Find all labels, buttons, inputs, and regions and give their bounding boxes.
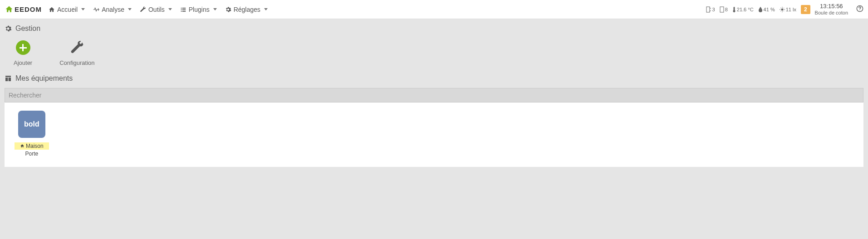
chevron-down-icon [168, 8, 172, 10]
search-input[interactable] [5, 88, 863, 102]
navbar: EEDOM Accueil Analyse Outils Plugins Rég… [0, 0, 868, 19]
equipment-room: Maison [15, 142, 49, 150]
logo-text: EEDOM [15, 5, 42, 13]
sensor-lux[interactable]: 11 lx [780, 7, 796, 12]
nav-outils[interactable]: Outils [140, 6, 172, 13]
action-ajouter[interactable]: Ajouter [14, 40, 32, 66]
help-icon[interactable] [856, 5, 863, 14]
action-configuration-label: Configuration [59, 59, 94, 66]
house-icon [5, 5, 14, 14]
clock-time: 13:15:56 [815, 3, 848, 10]
chevron-down-icon [128, 8, 132, 10]
section-gestion-title: Gestion [5, 24, 863, 33]
svg-point-12 [859, 10, 860, 10]
section-equipements-label: Mes équipements [15, 74, 73, 83]
action-configuration[interactable]: Configuration [59, 40, 94, 66]
sensor-lux-value: 11 lx [786, 7, 796, 12]
equipments-panel: bold Maison Porte [5, 102, 863, 167]
room-icon [20, 144, 25, 148]
chevron-down-icon [81, 8, 85, 10]
nav-analyse[interactable]: Analyse [93, 6, 132, 13]
nav-menu: Accueil Analyse Outils Plugins Réglages [49, 6, 268, 13]
chevron-down-icon [213, 8, 217, 10]
equipment-name: Porte [25, 151, 39, 157]
nav-analyse-label: Analyse [102, 6, 124, 13]
droplet-icon [758, 7, 763, 12]
sensor-temp-value: 21.6 °C [737, 7, 754, 12]
plus-icon [16, 40, 30, 55]
nav-outils-label: Outils [148, 6, 165, 13]
equipment-icon: bold [18, 111, 45, 138]
sensor-door2[interactable]: 8 [720, 6, 728, 13]
clock[interactable]: 13:15:56 Boule de coton [815, 3, 848, 16]
nav-plugins-label: Plugins [189, 6, 210, 13]
equipment-card[interactable]: bold Maison Porte [15, 111, 49, 157]
sun-icon [780, 7, 785, 12]
logo[interactable]: EEDOM [5, 5, 42, 14]
gear-icon [225, 6, 231, 13]
action-ajouter-label: Ajouter [14, 59, 32, 66]
sensor-door1-value: 3 [712, 7, 715, 12]
nav-accueil-label: Accueil [57, 6, 78, 13]
equipment-room-label: Maison [26, 143, 44, 149]
gear-icon [5, 25, 12, 32]
door-icon [706, 6, 711, 13]
wrench-icon [140, 6, 146, 13]
nav-reglages[interactable]: Réglages [225, 6, 268, 13]
clock-label: Boule de coton [815, 10, 848, 16]
section-gestion-label: Gestion [15, 24, 40, 33]
sensor-door2-value: 8 [725, 7, 728, 12]
section-equipements-title: Mes équipements [5, 74, 863, 83]
nav-plugins[interactable]: Plugins [180, 6, 217, 13]
svg-line-7 [780, 8, 781, 8]
sensor-temp[interactable]: 21.6 °C [732, 6, 754, 13]
table-icon [5, 75, 12, 82]
list-icon [180, 6, 186, 13]
nav-accueil[interactable]: Accueil [49, 6, 85, 13]
door-icon [720, 6, 724, 13]
nav-right: 3 8 21.6 °C 41 % 11 lx 2 13:15:56 Boule … [706, 3, 863, 16]
content: Gestion Ajouter Configuration Mes équipe… [0, 19, 868, 172]
svg-rect-0 [706, 7, 710, 12]
svg-rect-1 [720, 7, 724, 12]
notification-badge[interactable]: 2 [801, 5, 810, 14]
svg-line-8 [784, 11, 784, 11]
sensor-humidity[interactable]: 41 % [758, 7, 775, 12]
sensor-humidity-value: 41 % [764, 7, 775, 12]
wrench-icon [70, 40, 84, 55]
chevron-down-icon [264, 8, 268, 10]
svg-point-2 [781, 8, 783, 10]
action-row: Ajouter Configuration [5, 38, 863, 74]
thermometer-icon [732, 6, 736, 13]
svg-line-10 [784, 8, 784, 8]
nav-reglages-label: Réglages [234, 6, 260, 13]
sensor-door1[interactable]: 3 [706, 6, 715, 13]
heartbeat-icon [93, 6, 99, 13]
home-icon [49, 6, 55, 13]
svg-line-9 [780, 11, 781, 11]
